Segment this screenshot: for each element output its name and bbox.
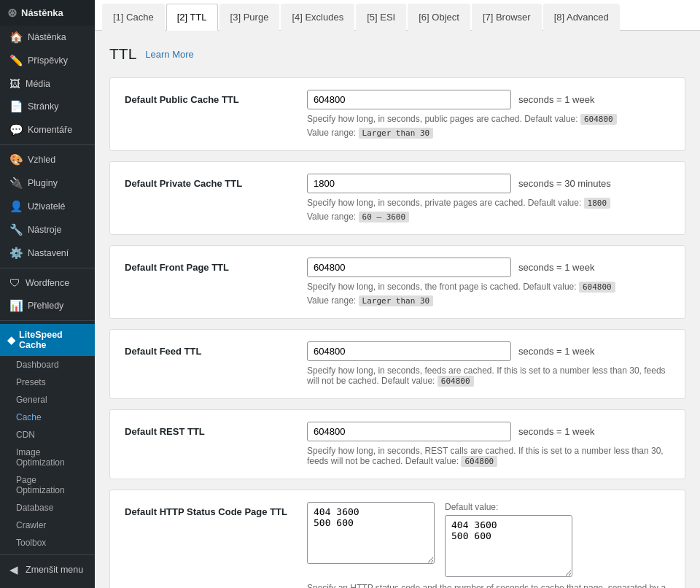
tab-object[interactable]: [6] Object — [408, 4, 470, 31]
default-value-label: Default value: — [445, 502, 572, 512]
divider-2 — [0, 268, 95, 268]
setting-feed-ttl: Default Feed TTL seconds = 1 week Specif… — [109, 329, 685, 399]
setting-help: Specify how long, in seconds, private pa… — [307, 198, 670, 209]
sidebar-sub-image[interactable]: Image Optimization — [0, 444, 95, 471]
setting-unit: seconds = 1 week — [518, 262, 594, 273]
sidebar-item-prispevky[interactable]: ✏️ Příspěvky — [0, 49, 95, 72]
learn-more-link[interactable]: Learn More — [145, 49, 193, 60]
divider-1 — [0, 144, 95, 145]
uzivatele-icon: 👤 — [9, 200, 23, 213]
http-status-textarea[interactable]: 404 3600 500 600 — [307, 502, 435, 564]
ls-sub-label: Presets — [16, 377, 46, 387]
sidebar-item-label: Vzhled — [28, 155, 55, 165]
sidebar-sub-crawler[interactable]: Crawler — [0, 517, 95, 534]
ls-sub-label: Dashboard — [16, 360, 59, 370]
ls-sub-label: Crawler — [16, 520, 46, 530]
setting-row: Default Public Cache TTL seconds = 1 wee… — [125, 90, 670, 139]
setting-range: Value range: Larger than 30 — [307, 295, 670, 306]
setting-private-cache-ttl: Default Private Cache TTL seconds = 30 m… — [109, 161, 685, 235]
tab-esi[interactable]: [5] ESI — [356, 4, 406, 31]
setting-unit: seconds = 1 week — [518, 426, 594, 437]
wordfence-icon: 🛡 — [9, 276, 21, 289]
tab-advanced[interactable]: [8] Advanced — [543, 4, 620, 31]
input-row: seconds = 1 week — [307, 258, 670, 277]
sidebar-sub-toolbox[interactable]: Toolbox — [0, 534, 95, 552]
range-badge: Larger than 30 — [359, 128, 434, 139]
sidebar-item-media[interactable]: 🖼 Média — [0, 72, 95, 95]
divider-3 — [0, 320, 95, 321]
setting-row: Default REST TTL seconds = 1 week Specif… — [125, 422, 670, 467]
setting-label: Default Feed TTL — [125, 341, 292, 357]
sidebar-item-label: Nastavení — [28, 248, 69, 258]
litespeed-header[interactable]: ◆ LiteSpeed Cache — [0, 324, 95, 356]
textarea-default-wrapper: Default value: 404 3600 500 600 — [445, 502, 572, 577]
sidebar-item-label: Média — [26, 79, 50, 89]
ls-sub-label: Toolbox — [16, 538, 46, 548]
setting-label: Default Front Page TTL — [125, 258, 292, 273]
litespeed-label: LiteSpeed Cache — [19, 330, 88, 350]
sidebar-item-uzivatele[interactable]: 👤 Uživatelé — [0, 195, 95, 218]
komentare-icon: 💬 — [9, 123, 23, 136]
sidebar-sub-cache[interactable]: Cache — [0, 409, 95, 426]
sidebar-item-nastroje[interactable]: 🔧 Nástroje — [0, 218, 95, 241]
sidebar-item-wordfence[interactable]: 🛡 Wordfence — [0, 271, 95, 294]
tab-excludes[interactable]: [4] Excludes — [281, 4, 354, 31]
sidebar-item-stranky[interactable]: 📄 Stránky — [0, 95, 95, 118]
input-row: seconds = 1 week — [307, 422, 670, 441]
setting-field: seconds = 1 week Specify how long, in se… — [307, 258, 670, 306]
sidebar-sub-cdn[interactable]: CDN — [0, 426, 95, 444]
sidebar-sub-presets[interactable]: Presets — [0, 374, 95, 391]
content-area: TTL Learn More Default Public Cache TTL … — [95, 31, 700, 588]
nastroje-icon: 🔧 — [9, 223, 23, 236]
setting-rest-ttl: Default REST TTL seconds = 1 week Specif… — [109, 409, 685, 479]
tab-purge[interactable]: [3] Purge — [219, 4, 280, 31]
tab-ttl[interactable]: [2] TTL — [166, 4, 218, 31]
sidebar-item-vzhled[interactable]: 🎨 Vzhled — [0, 148, 95, 171]
zmensit-label: Zmenšit menu — [26, 565, 83, 575]
setting-label: Default Public Cache TTL — [125, 90, 292, 105]
sidebar-sub-page[interactable]: Page Optimization — [0, 471, 95, 499]
sidebar-item-zmensit[interactable]: ◀ Zmenšit menu — [0, 558, 95, 581]
sidebar-item-komentare[interactable]: 💬 Komentáře — [0, 118, 95, 142]
default-badge: 604800 — [461, 456, 497, 467]
range-badge: Larger than 30 — [359, 295, 434, 306]
sidebar-item-nastaveni[interactable]: ⚙️ Nastavení — [0, 241, 95, 265]
sidebar-item-label: Stránky — [28, 101, 58, 112]
setting-front-page-ttl: Default Front Page TTL seconds = 1 week … — [109, 245, 685, 319]
ls-sub-label: Image Optimization — [16, 447, 65, 468]
setting-public-cache-ttl: Default Public Cache TTL seconds = 1 wee… — [109, 77, 685, 151]
sidebar-item-label: Nástroje — [28, 225, 62, 235]
setting-field: seconds = 1 week Specify how long, in se… — [307, 341, 670, 387]
divider-4 — [0, 554, 95, 555]
default-badge: 604800 — [438, 376, 474, 387]
setting-field: seconds = 1 week Specify how long, in se… — [307, 422, 670, 467]
sidebar-item-label: Komentáře — [28, 125, 72, 135]
private-cache-ttl-input[interactable] — [307, 174, 511, 193]
setting-help: Specify how long, in seconds, feeds are … — [307, 365, 670, 387]
input-row: seconds = 30 minutes — [307, 174, 670, 193]
ls-sub-label: CDN — [16, 430, 35, 440]
ls-sub-label: Database — [16, 503, 53, 513]
sidebar-sub-dashboard[interactable]: Dashboard — [0, 356, 95, 374]
sidebar-item-nastanka[interactable]: 🏠 Nástěnka — [0, 26, 95, 49]
tab-cache[interactable]: [1] Cache — [102, 4, 165, 31]
prispevky-icon: ✏️ — [9, 54, 23, 67]
setting-unit: seconds = 30 minutes — [518, 178, 611, 189]
sidebar-sub-general[interactable]: General — [0, 391, 95, 409]
input-row: seconds = 1 week — [307, 90, 670, 109]
sidebar-sub-database[interactable]: Database — [0, 499, 95, 517]
setting-label: Default Private Cache TTL — [125, 174, 292, 189]
tabs-bar: [1] Cache [2] TTL [3] Purge [4] Excludes… — [95, 0, 700, 31]
setting-row: Default HTTP Status Code Page TTL 404 36… — [125, 502, 670, 588]
public-cache-ttl-input[interactable] — [307, 90, 511, 109]
sidebar-item-prehledy[interactable]: 📊 Přehledy — [0, 294, 95, 317]
tab-browser[interactable]: [7] Browser — [472, 4, 542, 31]
feed-ttl-input[interactable] — [307, 341, 511, 361]
setting-help: Specify how long, in seconds, the front … — [307, 282, 670, 293]
sidebar-item-pluginy[interactable]: 🔌 Pluginy — [0, 171, 95, 195]
front-page-ttl-input[interactable] — [307, 258, 511, 277]
rest-ttl-input[interactable] — [307, 422, 511, 441]
wp-logo-icon: ⊛ — [7, 6, 17, 20]
http-status-help: Specify an HTTP status code and the numb… — [307, 583, 670, 588]
setting-label: Default REST TTL — [125, 422, 292, 437]
